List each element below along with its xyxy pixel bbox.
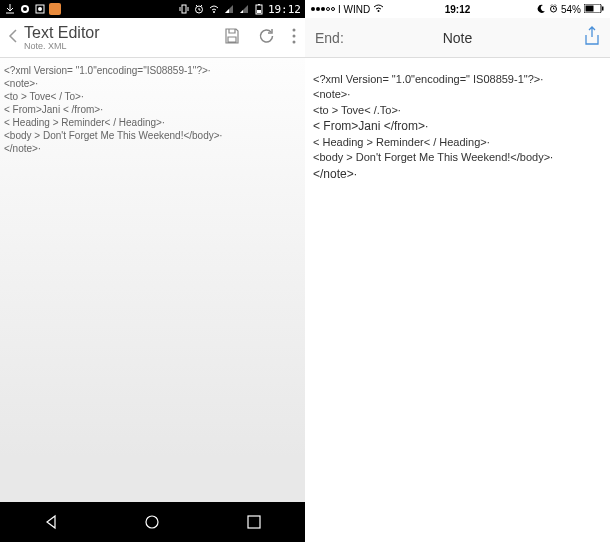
- android-editor-content[interactable]: <?xml Version= "1.0"encoding="IS08859-1"…: [0, 58, 305, 502]
- android-status-bar: 19:12: [0, 0, 305, 18]
- code-line: <body > Don't Forget Me This Weekend!</b…: [313, 150, 602, 165]
- code-line: <note>·: [313, 87, 602, 102]
- firefox-icon: [19, 3, 31, 15]
- battery-icon: [584, 4, 604, 15]
- app-title: Text Editor: [24, 24, 223, 42]
- back-button[interactable]: End:: [315, 30, 344, 46]
- download-icon: [4, 3, 16, 15]
- code-line: <note>·: [4, 77, 301, 90]
- code-line: < Heading > Reminder< / Heading>·: [4, 116, 301, 129]
- svg-rect-14: [248, 516, 260, 528]
- ios-nav-bar: End: Note: [305, 18, 610, 58]
- svg-rect-4: [182, 5, 186, 13]
- svg-point-15: [378, 10, 380, 12]
- share-button[interactable]: [584, 26, 600, 50]
- vibrate-icon: [178, 3, 190, 15]
- svg-point-13: [146, 516, 158, 528]
- svg-point-3: [38, 7, 42, 11]
- svg-rect-19: [602, 6, 604, 10]
- code-line: < Heading > Reminder< / Heading>·: [313, 135, 602, 150]
- ios-screen: I WIND 19:12 54% End: Note <?xml Version: [305, 0, 610, 542]
- ios-status-right: 54%: [537, 4, 604, 15]
- nav-recent-button[interactable]: [244, 512, 264, 532]
- android-nav-bar: [0, 502, 305, 542]
- code-line: < From>Jani </from>·: [313, 118, 602, 135]
- ios-status-time: 19:12: [445, 4, 471, 15]
- battery-percent: 54%: [561, 4, 581, 15]
- save-icon[interactable]: [223, 27, 241, 49]
- nav-back-button[interactable]: [41, 512, 61, 532]
- nav-title: Note: [443, 30, 473, 46]
- code-line: <to > Tove< / To>·: [4, 90, 301, 103]
- android-app-bar: Text Editor Note. XML: [0, 18, 305, 58]
- battery-icon: [253, 3, 265, 15]
- ios-status-bar: I WIND 19:12 54%: [305, 0, 610, 18]
- code-line: < From>Jani < /from>·: [4, 103, 301, 116]
- svg-point-11: [293, 34, 296, 37]
- status-left-icons: [4, 3, 61, 15]
- svg-rect-18: [586, 5, 594, 11]
- svg-point-6: [213, 11, 215, 13]
- app-subtitle: Note. XML: [24, 41, 223, 51]
- wifi-icon: [208, 3, 220, 15]
- signal-icon-2: [238, 3, 250, 15]
- appbar-titles: Text Editor Note. XML: [24, 24, 223, 52]
- svg-point-12: [293, 40, 296, 43]
- carrier-label: I WIND: [338, 4, 370, 15]
- ios-note-content[interactable]: <?xml Version= "1.0"encoding=" IS08859-1…: [305, 58, 610, 542]
- svg-point-10: [293, 28, 296, 31]
- code-line: </note>·: [313, 166, 602, 183]
- code-line: <body > Don't Forget Me This Weekend!</b…: [4, 129, 301, 142]
- svg-rect-9: [257, 10, 261, 13]
- svg-point-1: [23, 7, 27, 11]
- code-line: <?xml Version= "1.0"encoding="IS08859-1"…: [4, 64, 301, 77]
- dnd-icon: [537, 4, 546, 15]
- signal-icon-1: [223, 3, 235, 15]
- app-icon-2: [49, 3, 61, 15]
- alarm-icon: [549, 4, 558, 15]
- wifi-icon: [373, 4, 384, 15]
- nav-home-button[interactable]: [142, 512, 162, 532]
- signal-dots-icon: [311, 7, 335, 11]
- status-time: 19:12: [268, 3, 301, 16]
- alarm-icon: [193, 3, 205, 15]
- refresh-icon[interactable]: [257, 27, 275, 49]
- ios-status-left: I WIND: [311, 4, 384, 15]
- appbar-actions: [223, 27, 297, 49]
- code-line: </note>·: [4, 142, 301, 155]
- app-icon-1: [34, 3, 46, 15]
- code-line: <?xml Version= "1.0"encoding=" IS08859-1…: [313, 72, 602, 87]
- code-line: <to > Tove< /.To>·: [313, 103, 602, 118]
- status-right-icons: 19:12: [178, 3, 301, 16]
- back-button[interactable]: [8, 28, 20, 48]
- overflow-menu-icon[interactable]: [291, 27, 297, 49]
- android-screen: 19:12 Text Editor Note. XML <?xml Versio…: [0, 0, 305, 542]
- svg-rect-8: [258, 4, 260, 5]
